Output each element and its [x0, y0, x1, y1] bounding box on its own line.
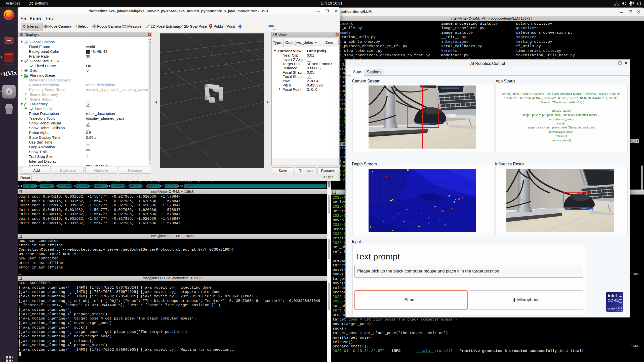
svg-text:>: >: [10, 59, 11, 61]
svg-text:>: >: [10, 56, 11, 58]
svg-text:>: >: [6, 59, 7, 61]
svg-text:>: >: [6, 56, 7, 58]
svg-text:D∊LL: D∊LL: [521, 199, 527, 201]
